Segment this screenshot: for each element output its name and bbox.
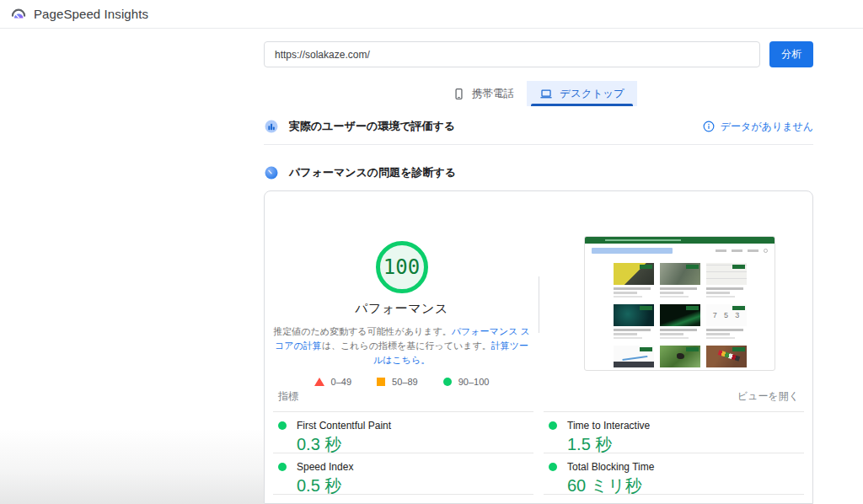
info-icon [703, 121, 715, 132]
red-triangle-icon [314, 378, 324, 386]
phone-icon [453, 88, 465, 100]
section-diagnose: パフォーマンスの問題を診断する [264, 165, 813, 180]
disclaimer-text-1: 推定値のため変動する可能性があります。 [273, 326, 452, 336]
orange-square-icon [377, 378, 385, 386]
diagnose-title: パフォーマンスの問題を診断する [289, 165, 456, 180]
thumb-post [706, 263, 747, 298]
legend-fail: 0–49 [314, 377, 351, 387]
tab-desktop[interactable]: デスクトップ [527, 81, 637, 106]
thumb-post [614, 263, 654, 298]
thumb-digit: 3 [735, 311, 739, 319]
thumb-site-nav [585, 244, 775, 257]
metric-value: 60 ミリ秒 [567, 475, 799, 497]
performance-label: パフォーマンス [355, 301, 448, 317]
no-data-label: データがありません [721, 120, 813, 134]
thumb-post [614, 304, 654, 339]
thumb-digit: 5 [724, 311, 728, 319]
section-field-data: 実際のユーザーの環境で評価する データがありません [264, 119, 813, 145]
pass-dot-icon [278, 421, 287, 430]
metric-value: 1.5 秒 [567, 433, 799, 456]
metric-value: 0.5 秒 [297, 475, 528, 497]
device-tabs: 携帯電話 デスクトップ [264, 81, 813, 106]
metric-name: Total Blocking Time [567, 461, 654, 473]
app-header: PageSpeed Insights [0, 0, 863, 29]
desktop-icon [539, 88, 553, 100]
app-logo[interactable]: PageSpeed Insights [10, 6, 148, 23]
thumb-post [706, 346, 747, 371]
report-summary: 100 パフォーマンス 推定値のため変動する可能性があります。パフォーマンス ス… [265, 191, 812, 392]
thumb-post [614, 346, 654, 371]
legend-fail-range: 0–49 [331, 377, 351, 387]
score-disclaimer: 推定値のため変動する可能性があります。パフォーマンス スコアの計算は、これらの指… [272, 324, 532, 367]
pass-dot-icon [549, 421, 557, 430]
performance-score: 100 [383, 255, 420, 279]
legend-average-range: 50–89 [392, 377, 418, 387]
tab-desktop-label: デスクトップ [560, 87, 624, 101]
legend-pass-range: 90–100 [458, 377, 490, 387]
thumb-post-grid: 7 5 3 [614, 263, 747, 371]
thumb-site-header [585, 237, 775, 244]
page-screenshot-thumbnail[interactable]: 7 5 3 [584, 236, 775, 371]
field-data-title: 実際のユーザーの環境で評価する [289, 119, 455, 134]
metric-name: Time to Interactive [567, 420, 650, 432]
metric-value: 0.3 秒 [297, 433, 528, 456]
score-panel: 100 パフォーマンス 推定値のため変動する可能性があります。パフォーマンス ス… [265, 191, 539, 392]
performance-gauge[interactable]: 100 [376, 241, 428, 293]
analyze-button[interactable]: 分析 [769, 41, 813, 67]
page-bottom-fade [0, 428, 264, 504]
expand-view-button[interactable]: ビューを開く [544, 392, 804, 412]
app-title: PageSpeed Insights [34, 7, 148, 21]
metric-first-contentful-paint: First Contentful Paint 0.3 秒 [273, 412, 533, 453]
metric-name: First Contentful Paint [297, 420, 391, 432]
main-content: 分析 携帯電話 デスクトップ 実際のユーザーの環境で評価する [264, 29, 813, 504]
pass-dot-icon [278, 463, 287, 471]
score-legend: 0–49 50–89 90–100 [314, 377, 490, 387]
metric-name: Speed Index [297, 461, 353, 473]
report-card: 100 パフォーマンス 推定値のため変動する可能性があります。パフォーマンス ス… [264, 190, 813, 504]
thumb-post [660, 263, 700, 298]
pass-dot-icon [549, 463, 557, 471]
lab-data-icon [264, 165, 279, 180]
metric-total-blocking-time: Total Blocking Time 60 ミリ秒 [544, 453, 804, 495]
metrics-header: 指標 [273, 392, 533, 412]
tab-mobile-label: 携帯電話 [472, 87, 514, 101]
legend-average: 50–89 [377, 377, 418, 387]
metrics-section: 指標 ビューを開く First Contentful Paint 0.3 秒 T… [265, 392, 812, 495]
field-data-icon [264, 119, 279, 134]
pagespeed-logo-icon [10, 6, 27, 23]
tab-mobile[interactable]: 携帯電話 [440, 81, 527, 106]
url-bar: 分析 [264, 41, 813, 67]
url-input[interactable] [264, 41, 760, 67]
thumb-post [660, 304, 700, 339]
thumb-post [660, 346, 700, 371]
thumb-digit: 7 [713, 311, 717, 319]
metric-speed-index: Speed Index 0.5 秒 [273, 453, 533, 495]
no-data-link[interactable]: データがありません [703, 120, 813, 134]
screenshot-panel: 7 5 3 [539, 191, 812, 392]
thumb-post: 7 5 3 [706, 304, 747, 339]
disclaimer-text-2: は、これらの指標を基に行っています。 [322, 340, 491, 351]
legend-pass: 90–100 [443, 377, 490, 387]
green-circle-icon [443, 378, 452, 386]
metric-time-to-interactive: Time to Interactive 1.5 秒 [544, 412, 804, 453]
